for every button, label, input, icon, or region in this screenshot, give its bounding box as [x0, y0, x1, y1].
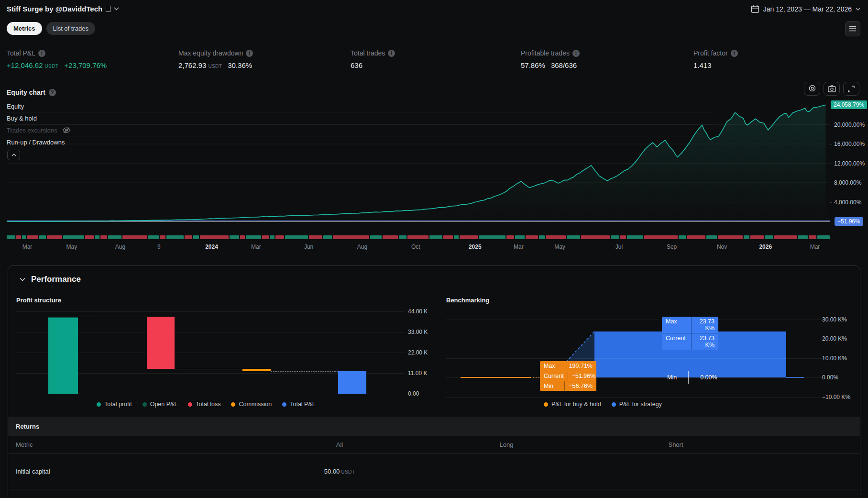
strategy-tooltip: Max23.73 K%Current23.73 K% [662, 317, 718, 350]
legend-total-p-l[interactable]: Total P&L [282, 401, 316, 408]
bar-total-profit[interactable] [48, 317, 78, 394]
x-tick: Jul [615, 243, 623, 250]
trade-strip-segment [644, 235, 678, 239]
legend-p-l-for-buy-hold[interactable]: P&L for buy & hold [544, 401, 601, 408]
trade-strip-segment [515, 235, 525, 239]
trade-strip-segment [7, 235, 15, 239]
returns-title: Returns [16, 423, 39, 430]
legend-p-l-for-strategy[interactable]: P&L for strategy [612, 401, 662, 408]
trade-strip-segment [39, 235, 46, 239]
panel-layout-button[interactable] [845, 21, 860, 36]
legend-total-profit[interactable]: Total profit [97, 401, 132, 408]
trade-strip-segment [706, 235, 717, 239]
trade-strip-segment [166, 235, 184, 239]
chevron-down-icon [856, 8, 860, 11]
trade-strip-segment [262, 235, 269, 239]
legend-row-equity[interactable]: Equity [7, 100, 714, 112]
trade-strip-segment [581, 235, 610, 239]
performance-section-toggle[interactable]: Performance [20, 275, 81, 284]
trade-strip-segment [407, 235, 429, 239]
trades-outcome-strip [7, 235, 830, 239]
benchmarking-title: Benchmarking [446, 297, 489, 304]
bar-total-loss[interactable] [147, 317, 175, 369]
trade-strip-segment [817, 235, 830, 239]
trade-strip-segment [122, 235, 147, 239]
legend-row-run-up-drawdowns[interactable]: Run-up / Drawdowns [7, 136, 714, 148]
trade-strip-segment [798, 235, 808, 239]
trade-strip-segment [399, 235, 407, 239]
trade-strip-segment [323, 235, 332, 239]
performance-card: Performance Profit structure 44.00 K33.0… [8, 266, 860, 498]
x-tick: Nov [717, 243, 727, 250]
trade-strip-segment [567, 235, 580, 239]
trade-strip-segment [443, 235, 453, 239]
eye-off-icon[interactable] [62, 127, 71, 133]
trade-strip-segment [460, 235, 478, 239]
view-tabs: MetricsList of trades [7, 22, 95, 35]
legend-row-trades-excursions[interactable]: Trades excursions [7, 124, 714, 136]
strategy-tester-page: Stiff Surge by @DaviddTech Jan 12, 2023 … [0, 0, 868, 498]
strategy-title-menu[interactable]: Stiff Surge by @DaviddTech [7, 5, 119, 13]
legend-row-buy-hold[interactable]: Buy & hold [7, 112, 714, 124]
rows-icon [849, 25, 857, 32]
equity-y-axis[interactable]: 20,000.00%16,000.00%12,000.00%8,000.00%4… [830, 86, 868, 244]
trade-strip-segment [230, 235, 239, 239]
strategy-min-label: Min0.00% [667, 371, 717, 384]
returns-row-open-p-l[interactable]: Open P&L+192.55USDT [8, 489, 860, 498]
equity-x-axis[interactable]: MarMayAug92024MarJunAugOct2025MarMayJulS… [7, 243, 830, 251]
returns-row-initial-capital[interactable]: Initial capital50.00USDT [8, 454, 860, 489]
trade-strip-segment [100, 235, 107, 239]
bar-total-pnl[interactable] [338, 371, 366, 394]
benchmarking-legend: P&L for buy & holdP&L for strategy [544, 401, 662, 408]
x-tick: May [554, 243, 565, 250]
x-tick: 2024 [205, 243, 218, 250]
metric-profit-factor: Profit factori1.413 [693, 49, 738, 69]
x-tick: Aug [115, 243, 125, 250]
trade-strip-segment [333, 235, 369, 239]
x-tick: May [66, 243, 77, 250]
date-range-text: Jan 12, 2023 — Mar 22, 2026 [763, 5, 852, 13]
trade-strip-segment [309, 235, 322, 239]
returns-table-header: MetricAllLongShort [8, 436, 860, 454]
trade-strip-segment [611, 235, 619, 239]
trade-strip-segment [627, 235, 643, 239]
trade-strip-segment [429, 235, 442, 239]
profit-structure-legend: Total profitOpen P&LTotal lossCommission… [97, 401, 316, 408]
info-icon[interactable]: i [572, 50, 580, 57]
returns-section-header[interactable]: Returns [8, 417, 860, 436]
trade-strip-segment [383, 235, 398, 239]
trade-strip-segment [718, 235, 743, 239]
trade-strip-segment [809, 235, 816, 239]
strategy-title: Stiff Surge by @DaviddTech [7, 5, 102, 13]
metric-profitable-trades: Profitable tradesi57.86%368/636 [521, 49, 580, 69]
trade-strip-segment [240, 235, 245, 239]
x-tick: 2025 [469, 243, 482, 250]
legend-total-loss[interactable]: Total loss [188, 401, 220, 408]
metric-total-trades: Total tradesi636 [351, 49, 395, 69]
info-icon[interactable]: i [731, 50, 738, 57]
info-icon[interactable]: i [38, 50, 45, 57]
trade-strip-segment [539, 235, 545, 239]
trade-strip-segment [275, 235, 284, 239]
trade-strip-segment [506, 235, 514, 239]
trade-strip-segment [16, 235, 21, 239]
date-range-picker[interactable]: Jan 12, 2023 — Mar 22, 2026 [751, 5, 860, 13]
tab-list-of-trades[interactable]: List of trades [46, 22, 95, 35]
trade-strip-segment [22, 235, 26, 239]
trade-strip-segment [750, 235, 764, 239]
bar-commission[interactable] [242, 369, 271, 371]
performance-title: Performance [31, 275, 81, 284]
trade-strip-segment [108, 235, 121, 239]
legend-commission[interactable]: Commission [231, 401, 272, 408]
profit-structure-chart[interactable] [16, 311, 405, 394]
tab-metrics[interactable]: Metrics [7, 22, 42, 35]
x-tick: 9 [157, 243, 161, 250]
info-icon[interactable]: i [246, 50, 253, 57]
legend-open-p-l[interactable]: Open P&L [143, 401, 178, 408]
equity-chart-plot[interactable]: EquityBuy & holdTrades excursionsRun-up … [7, 86, 830, 244]
x-tick: Oct [411, 243, 420, 250]
trade-strip-segment [148, 235, 159, 239]
info-icon[interactable]: i [388, 50, 395, 57]
legend-collapse-button[interactable] [7, 150, 20, 160]
benchmarking-chart[interactable] [446, 311, 824, 400]
